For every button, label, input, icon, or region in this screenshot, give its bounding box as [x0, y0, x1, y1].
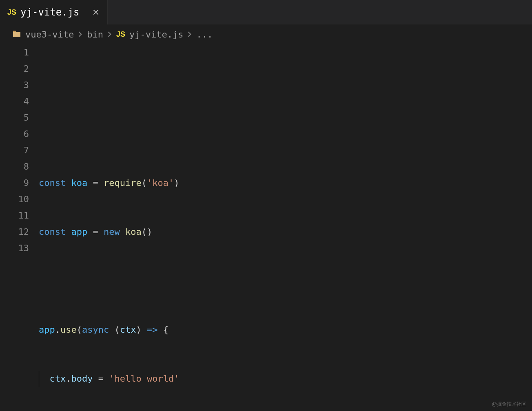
code-line: ctx.body = 'hello world' — [39, 371, 532, 387]
line-number: 7 — [0, 142, 29, 159]
breadcrumb-segment-bin[interactable]: bin — [87, 29, 103, 40]
line-number: 6 — [0, 126, 29, 142]
code-line — [39, 126, 532, 142]
line-number: 3 — [0, 77, 29, 93]
tab-bar: JS yj-vite.js — [0, 0, 532, 24]
chevron-right-icon — [187, 30, 192, 39]
chevron-right-icon — [78, 30, 83, 39]
line-number: 8 — [0, 159, 29, 175]
code-line: const koa = require('koa') — [39, 175, 532, 191]
line-number: 5 — [0, 110, 29, 126]
breadcrumb-more[interactable]: ... — [196, 29, 213, 40]
line-number: 9 — [0, 175, 29, 191]
code-line — [39, 273, 532, 289]
line-number: 2 — [0, 61, 29, 77]
folder-icon — [12, 30, 21, 40]
line-number: 13 — [0, 240, 29, 256]
line-number-gutter: 1 2 3 4 5 6 7 8 9 10 11 12 13 — [0, 44, 39, 411]
code-editor[interactable]: 1 2 3 4 5 6 7 8 9 10 11 12 13 const koa … — [0, 44, 532, 411]
breadcrumb-segment-root[interactable]: vue3-vite — [25, 29, 74, 40]
code-line: app.use(async (ctx) => { — [39, 322, 532, 338]
close-icon[interactable] — [92, 8, 100, 16]
js-file-icon: JS — [7, 8, 16, 17]
line-number: 10 — [0, 191, 29, 208]
tab-active[interactable]: JS yj-vite.js — [0, 0, 108, 24]
code-area[interactable]: const koa = require('koa') const app = n… — [39, 44, 532, 411]
code-line: const app = new koa() — [39, 224, 532, 240]
tab-filename: yj-vite.js — [20, 7, 80, 18]
line-number: 12 — [0, 224, 29, 240]
breadcrumb-filename[interactable]: yj-vite.js — [129, 29, 183, 40]
line-number: 11 — [0, 208, 29, 224]
line-number: 4 — [0, 93, 29, 110]
chevron-right-icon — [107, 30, 112, 39]
js-file-icon: JS — [116, 30, 125, 39]
watermark: @掘金技术社区 — [492, 401, 526, 408]
breadcrumb[interactable]: vue3-vite bin JS yj-vite.js ... — [0, 24, 532, 44]
code-line — [39, 77, 532, 93]
line-number: 1 — [0, 44, 29, 61]
